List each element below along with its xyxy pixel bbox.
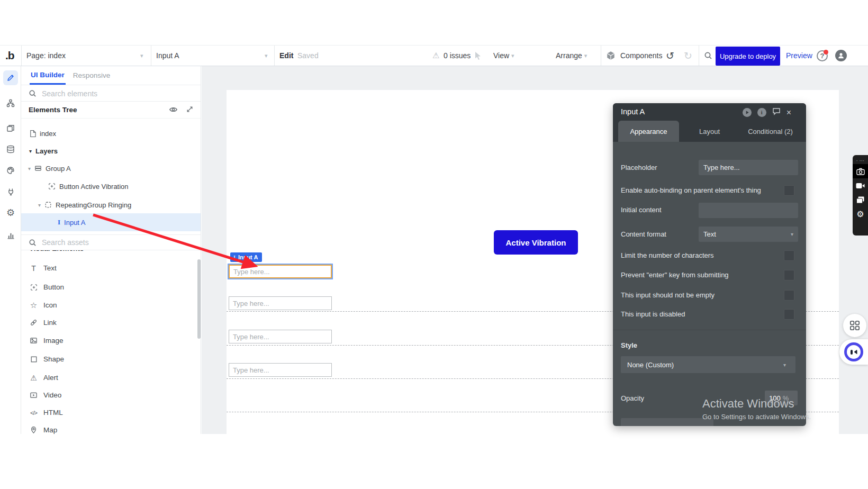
property-editor-tabs: Appearance Layout Conditional (2): [618, 121, 801, 142]
disabled-checkbox[interactable]: [784, 309, 794, 320]
undo-icon[interactable]: ↺: [666, 46, 674, 66]
workflow-tab-icon[interactable]: [3, 96, 18, 111]
preview-link[interactable]: Preview: [786, 46, 812, 66]
clipped-control: [621, 418, 713, 426]
settings-tab-gear-icon[interactable]: ⚙: [3, 205, 18, 220]
palette-item-video[interactable]: Video: [21, 388, 201, 402]
palette-item-image[interactable]: Image: [21, 333, 201, 348]
element-selector[interactable]: Input A: [156, 46, 179, 66]
data-tab-database-icon[interactable]: [3, 142, 18, 157]
palette-item-link[interactable]: Link: [21, 315, 201, 330]
search-elements-input[interactable]: Search elements: [21, 86, 201, 102]
content-format-dropdown[interactable]: Text ▾: [699, 227, 798, 242]
elements-tree-title: Elements Tree: [29, 106, 169, 114]
palette-item-alert[interactable]: ⚠ Alert: [21, 370, 201, 385]
search-icon[interactable]: [704, 46, 712, 66]
close-icon[interactable]: ×: [786, 108, 791, 117]
palette-item-icon[interactable]: ☆ Icon: [21, 298, 201, 312]
collapse-caret-icon[interactable]: ▾: [38, 202, 41, 208]
tab-ui-builder[interactable]: UI Builder: [31, 71, 65, 80]
tab-layout[interactable]: Layout: [679, 121, 740, 142]
windows-capture-icon[interactable]: [853, 193, 868, 207]
initial-content-field[interactable]: [699, 203, 798, 218]
info-icon[interactable]: i: [757, 108, 766, 117]
chevron-down-icon[interactable]: ▾: [265, 46, 268, 66]
palette-item-button[interactable]: Button: [21, 280, 201, 294]
tree-item-repeatinggroup-ringing[interactable]: ▾ RepeatingGroup Ringing: [21, 197, 201, 212]
panel-scrollbar[interactable]: [197, 259, 201, 339]
help-icon[interactable]: ?: [817, 46, 828, 66]
section-divider: [613, 330, 806, 330]
components-menu[interactable]: Components: [620, 46, 662, 66]
tree-item-group-a[interactable]: ▾ Group A: [21, 161, 201, 176]
palette-item-text[interactable]: T Text: [21, 261, 201, 275]
limit-characters-checkbox[interactable]: [784, 250, 794, 261]
selected-element-badge: I Input A: [230, 252, 262, 262]
style-section-label: Style: [621, 341, 637, 349]
chevron-down-icon[interactable]: ▾: [140, 46, 143, 66]
eye-icon[interactable]: [169, 105, 178, 115]
style-dropdown[interactable]: None (Custom) ▾: [621, 356, 795, 373]
page-selector[interactable]: Page: index: [26, 46, 66, 66]
prevent-enter-checkbox[interactable]: [784, 270, 794, 280]
active-vibration-button[interactable]: Active Vibration: [494, 230, 578, 255]
notification-dot: [824, 50, 828, 55]
record-video-icon[interactable]: [853, 178, 868, 193]
design-tab-pencil-icon[interactable]: [3, 70, 18, 85]
palette-item-html[interactable]: </> HTML: [21, 405, 201, 420]
pages-tab-icon[interactable]: [3, 121, 18, 135]
canvas-input-a-cell-2[interactable]: [229, 296, 332, 310]
canvas-input-a-cell-1[interactable]: [229, 265, 332, 278]
widget-grid-button[interactable]: [843, 314, 866, 337]
search-icon: [29, 89, 37, 97]
property-editor: Input A i × Appearance Layout Conditiona…: [613, 103, 806, 426]
star-icon: ☆: [29, 301, 38, 310]
expand-tree-icon[interactable]: [186, 105, 193, 115]
palette-item-shape[interactable]: Shape: [21, 352, 201, 366]
cursor-tool-icon[interactable]: [474, 46, 482, 66]
comment-icon[interactable]: [772, 107, 781, 117]
search-assets-input[interactable]: Search assets: [21, 234, 201, 250]
canvas-input-a-cell-3[interactable]: [229, 330, 332, 343]
tab-appearance[interactable]: Appearance: [618, 121, 679, 142]
opacity-field[interactable]: 100 %: [765, 391, 798, 405]
tree-item-button-active-vibration[interactable]: Button Active Vibration: [21, 179, 201, 194]
tree-item-input-a-selected[interactable]: I Input A: [21, 213, 201, 231]
collapse-caret-icon[interactable]: ▾: [29, 148, 32, 154]
redo-icon[interactable]: ↻: [684, 46, 692, 66]
group-icon: [34, 165, 42, 172]
bubble-logo[interactable]: .b: [5, 46, 14, 66]
placeholder-field[interactable]: Type here...: [699, 160, 798, 175]
tab-conditional[interactable]: Conditional (2): [740, 121, 801, 142]
capture-toolbar: · ⋯ ⚙: [853, 155, 868, 236]
tab-responsive[interactable]: Responsive: [73, 71, 111, 79]
styles-tab-palette-icon[interactable]: [3, 163, 18, 178]
capture-settings-gear-icon[interactable]: ⚙: [853, 207, 868, 221]
canvas-input-a-cell-4[interactable]: [229, 363, 332, 377]
run-workflow-icon[interactable]: [743, 108, 752, 117]
shape-square-icon: [29, 356, 38, 363]
map-pin-icon: [29, 426, 38, 434]
plugins-tab-plug-icon[interactable]: [3, 184, 18, 199]
assistant-widget-button[interactable]: [839, 339, 868, 365]
palette-item-map[interactable]: Map: [21, 423, 201, 434]
property-editor-header[interactable]: Input A i × Appearance Layout Conditiona…: [613, 103, 806, 142]
logs-tab-chart-icon[interactable]: [3, 228, 18, 242]
edit-mode-label[interactable]: Edit: [279, 46, 293, 66]
text-element-icon: T: [29, 264, 38, 273]
screenshot-camera-icon[interactable]: [853, 164, 868, 178]
arrange-menu[interactable]: Arrange ▾: [556, 46, 587, 66]
topbar: .b Page: index ▾ Input A ▾ Edit Saved ⚠ …: [0, 45, 868, 66]
tree-item-index[interactable]: index: [21, 126, 201, 141]
autobinding-label: Enable auto-binding on parent element's …: [621, 186, 761, 194]
not-empty-checkbox[interactable]: [784, 290, 794, 301]
issues-counter[interactable]: 0 issues: [444, 46, 471, 66]
tree-item-layers[interactable]: ▾ Layers: [21, 143, 201, 158]
collapse-caret-icon[interactable]: ▾: [28, 166, 31, 171]
page-file-icon: [29, 130, 36, 138]
autobinding-checkbox[interactable]: [784, 185, 794, 196]
upgrade-to-deploy-button[interactable]: Upgrade to deploy: [716, 47, 780, 66]
drag-handle-icon[interactable]: · ⋯: [856, 157, 864, 164]
user-avatar[interactable]: [835, 46, 847, 66]
view-menu[interactable]: View ▾: [493, 46, 514, 66]
